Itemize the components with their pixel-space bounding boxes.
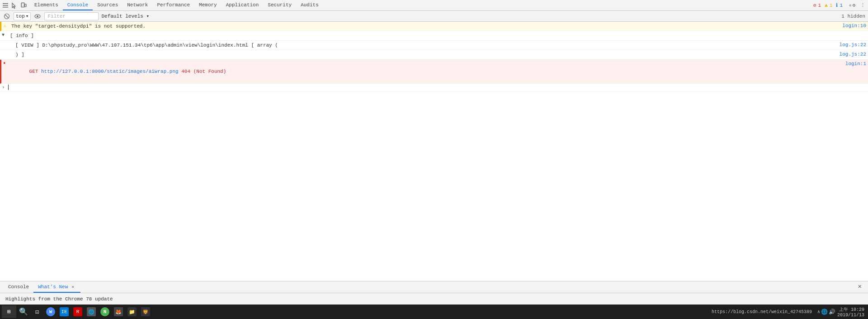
tray-network: 🌐 [821,309,828,315]
group-label: [ info ] [10,32,866,39]
drawer-tab-console-label: Console [8,284,29,290]
tab-sources[interactable]: Sources [93,0,123,10]
console-message-error: ● GET http://127.0.0.1:8000/static/image… [0,60,868,84]
tab-elements[interactable]: Elements [30,0,63,10]
svg-point-6 [849,5,851,6]
tab-audits[interactable]: Audits [296,0,323,10]
info-count-label: 1 [840,3,843,8]
svg-line-8 [5,14,9,18]
toolbar-left-icons [2,2,27,9]
prompt-cursor [8,85,9,90]
console-message-info-child-2: ) ] log.js:22 [0,50,868,60]
prompt-chevron: › [2,85,5,90]
tab-console[interactable]: Console [63,0,93,10]
drawer-content: Highlights from the Chrome 78 update [0,293,868,305]
warn-icon: ⚠ [3,23,9,29]
taskbar-tray: ∧ 🌐 🔊 [817,309,835,315]
taskbar-task-view[interactable]: ⊡ [31,305,43,318]
devtools-tab-list: Elements Console Sources Network Perform… [30,0,323,10]
context-selector[interactable]: top ▾ [14,12,31,20]
drawer-tab-whats-new[interactable]: What's New ✕ [33,281,80,293]
console-output: ⚠ The key "target-densitydpi" is not sup… [0,22,868,281]
more-options-icon[interactable]: ⋮ [859,2,866,9]
error-link[interactable]: http://127.0.0.1:8000/static/images/aiwr… [41,69,179,74]
svg-rect-0 [3,3,8,4]
start-button[interactable]: ⊞ [2,305,16,318]
error-count: ⊘ [813,2,816,8]
svg-rect-5 [25,4,26,7]
taskbar-right: https://blog.csdn.net/weixin_42745389 ∧ … [712,306,866,318]
warn-message-text: The key "target-densitydpi" is not suppo… [11,23,839,30]
taskbar-app-6[interactable]: 🦊 [112,305,125,318]
taskbar-url: https://blog.csdn.net/weixin_42745389 [712,309,812,314]
inspect-element-icon[interactable] [11,2,18,9]
taskbar-cortana[interactable]: 🔍 [17,305,30,318]
tab-security[interactable]: Security [263,0,296,10]
info-count: ℹ [836,2,838,8]
tab-memory[interactable]: Memory [194,0,222,10]
svg-rect-1 [3,5,8,6]
taskbar-app-7[interactable]: 📁 [126,305,138,318]
console-eye-icon[interactable] [33,12,42,20]
taskbar-app-5[interactable]: N [99,305,111,318]
taskbar-clock: 上午 10:29 2019/11/13 [837,306,866,318]
toolbar-right: ⊘ 1 ▲ 1 ℹ 1 ⚙ ⋮ [813,2,866,9]
console-filter-input[interactable]: Filter [44,12,99,20]
error-suffix: 404 (Not Found) [179,69,226,74]
context-dropdown-arrow: ▾ [26,13,29,19]
svg-point-10 [37,15,38,17]
error-message-text: GET http://127.0.0.1:8000/static/images/… [11,61,842,82]
tab-network[interactable]: Network [123,0,152,10]
info-child-2-text: ) ] [15,51,836,58]
console-message-info-child-1: [ VIEW ] D:\phpstudy_pro\WWW\47.107.151.… [0,41,868,50]
tab-application[interactable]: Application [222,0,264,10]
tab-performance[interactable]: Performance [152,0,194,10]
tray-expand[interactable]: ∧ [817,309,820,314]
console-message-info-group: ▼ [ info ] [0,31,868,41]
context-label: top [16,14,25,19]
drawer-tab-console[interactable]: Console [4,281,33,293]
devtools-menu-icon[interactable] [2,2,9,9]
hidden-count: 1 hidden [841,14,865,19]
error-count-label: 1 [818,3,821,8]
taskbar-app-3[interactable]: R [71,305,84,318]
taskbar-app-8[interactable]: 🦁 [139,305,152,318]
clear-console-icon[interactable] [3,12,11,20]
drawer-content-text: Highlights from the Chrome 78 update [5,296,113,302]
devtools-toolbar: Elements Console Sources Network Perform… [0,0,868,11]
settings-icon[interactable]: ⚙ [848,2,855,9]
taskbar-app-2[interactable]: IE [58,305,71,318]
taskbar-app-1[interactable]: W [44,305,57,318]
info-child-1-source[interactable]: log.js:22 [840,42,866,48]
drawer-close-button[interactable]: ✕ [855,281,864,291]
taskbar: ⊞ 🔍 ⊡ W IE R 🌐 N 🦊 📁 🦁 https://blog.csdn… [0,305,868,319]
svg-rect-4 [22,3,24,6]
bottom-drawer: Console What's New ✕ ✕ Highlights from t… [0,281,868,305]
error-message-source[interactable]: login:1 [845,61,866,67]
default-levels-label: Default levels ▾ [101,13,149,19]
clock-time: 上午 10:29 [837,306,864,313]
info-child-1-text: [ VIEW ] D:\phpstudy_pro\WWW\47.107.151.… [15,42,836,49]
warn-message-source[interactable]: login:10 [842,23,866,29]
error-prefix: GET [29,69,41,74]
drawer-tab-close-icon[interactable]: ✕ [70,284,76,290]
taskbar-app-4[interactable]: 🌐 [85,305,98,318]
warning-count-label: 1 [830,3,833,8]
svg-rect-2 [3,7,8,8]
clock-date: 2019/11/13 [837,313,864,318]
console-prompt-line: › [0,84,868,91]
drawer-tab-whats-new-label: What's New [38,284,68,290]
info-child-2-source[interactable]: log.js:22 [840,52,866,57]
tray-volume: 🔊 [829,309,835,315]
default-levels-dropdown[interactable]: Default levels ▾ [101,13,149,19]
device-emulation-icon[interactable] [20,2,27,9]
warning-count: ▲ [825,3,828,8]
console-toolbar: top ▾ Filter Default levels ▾ 1 hidden [0,11,868,22]
filter-placeholder: Filter [47,14,66,19]
error-icon: ● [3,61,9,66]
console-message-warn: ⚠ The key "target-densitydpi" is not sup… [0,22,868,31]
group-toggle-icon[interactable]: ▼ [2,33,8,38]
drawer-tab-list: Console What's New ✕ ✕ [0,281,868,293]
